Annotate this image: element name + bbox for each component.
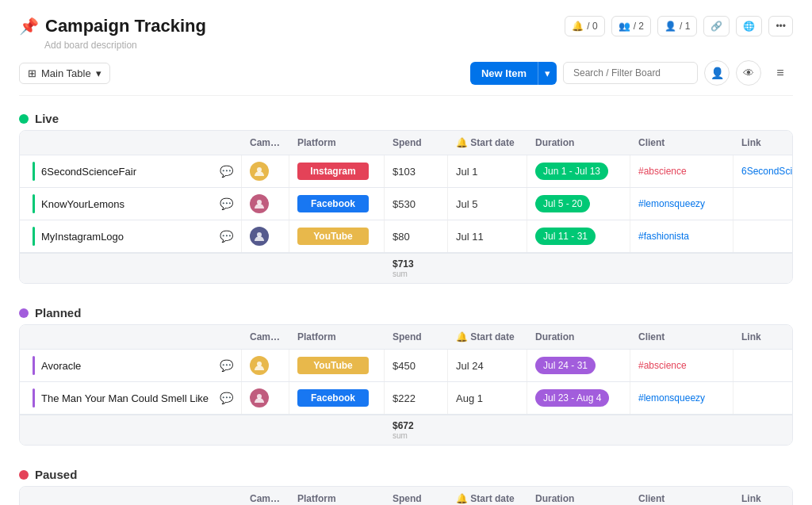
members-btn[interactable]: 👤 / 1	[657, 16, 697, 36]
start-date-cell: Jul 11	[448, 220, 527, 252]
integrations-btn[interactable]: 🔗	[703, 16, 730, 36]
start-date-cell: Jul 5	[448, 188, 527, 220]
comment-icon[interactable]: 💬	[220, 359, 233, 372]
duration-cell: Jul 24 - 31	[527, 350, 630, 381]
bell-icon: 🔔	[572, 21, 584, 32]
new-item-dropdown-button[interactable]: ▾	[538, 62, 557, 85]
new-item-group: New Item ▾	[470, 62, 557, 85]
sum-empty-cell	[733, 415, 793, 445]
title-icon: 📌	[19, 17, 39, 36]
sum-empty-cell	[242, 254, 289, 283]
spend-value: $530	[393, 198, 416, 210]
sum-label: sum	[393, 431, 408, 440]
start-date-value: Aug 1	[456, 392, 483, 404]
avatar	[250, 162, 269, 181]
person-icon: 👤	[710, 67, 724, 79]
client-link[interactable]: #lemonsqueezy	[638, 198, 705, 209]
platform-badge: YouTube	[297, 228, 369, 245]
table-paused: Campaign o...PlatformSpend🔔 Start dateDu…	[19, 486, 793, 505]
link-cell	[733, 188, 793, 220]
row-indicator	[33, 227, 35, 246]
header: 📌 Campaign Tracking 🔔 / 0 👥 / 2 👤 / 1 🔗 …	[19, 16, 793, 36]
col-header-4: Duration	[527, 487, 630, 505]
name-cell: 6SecondScienceFair 💬	[20, 155, 242, 187]
start-date-value: Jul 11	[456, 231, 484, 243]
group-dot-live	[19, 114, 29, 124]
eye-icon: 👁	[743, 67, 754, 79]
filter-btn[interactable]: ≡	[768, 60, 793, 86]
sum-value: $713	[393, 258, 414, 270]
platform-badge: Instagram	[297, 163, 369, 180]
main-table-button[interactable]: ⊞ Main Table ▾	[19, 63, 110, 84]
row-indicator	[33, 388, 35, 407]
toolbar-right: New Item ▾ 👤 👁 ≡	[470, 60, 793, 86]
spend-value: $80	[393, 231, 410, 243]
group-title-live: Live	[35, 112, 59, 125]
main-table-label: Main Table	[41, 67, 91, 79]
row-indicator	[33, 194, 35, 213]
group-paused: Paused Campaign o...PlatformSpend🔔 Start…	[19, 468, 793, 505]
spend-value: $103	[393, 166, 416, 178]
platform-cell: Instagram	[289, 155, 385, 187]
col-header-2: Spend	[385, 131, 448, 155]
comment-icon[interactable]: 💬	[220, 197, 233, 210]
col-header-5: Client	[630, 325, 733, 349]
more-btn[interactable]: •••	[768, 16, 793, 36]
col-headers-paused: Campaign o...PlatformSpend🔔 Start dateDu…	[20, 487, 792, 505]
avatar	[250, 388, 269, 407]
start-date-cell: Jul 1	[448, 155, 527, 187]
row-indicator	[33, 356, 35, 375]
avatar	[250, 227, 269, 246]
app-container: 📌 Campaign Tracking 🔔 / 0 👥 / 2 👤 / 1 🔗 …	[0, 0, 812, 505]
group-planned: Planned Campaign o...PlatformSpend🔔 Star…	[19, 306, 793, 446]
sum-empty-cell	[630, 415, 733, 445]
spend-cell: $450	[385, 350, 448, 381]
col-header-name	[20, 325, 242, 349]
client-link[interactable]: #lemonsqueezy	[638, 392, 705, 404]
comment-icon[interactable]: 💬	[220, 165, 233, 178]
duration-badge: Jul 11 - 31	[535, 228, 596, 245]
notifications-btn[interactable]: 🔔 / 0	[565, 16, 604, 36]
table-row: Avoracle 💬 YouTube$450Jul 24Jul 24 - 31#…	[20, 350, 792, 382]
sum-empty-cell	[289, 415, 385, 445]
col-header-name	[20, 131, 242, 155]
users-icon: 👥	[619, 21, 630, 32]
more-icon: •••	[776, 21, 786, 32]
duration-badge: Jun 1 - Jul 13	[535, 163, 608, 180]
eye-btn[interactable]: 👁	[736, 60, 761, 86]
client-link[interactable]: #fashionista	[638, 231, 689, 242]
avatar	[250, 356, 269, 375]
spend-cell: $103	[385, 155, 448, 187]
sum-empty-cell	[448, 254, 527, 283]
chevron-down-icon: ▾	[545, 67, 550, 79]
col-header-name	[20, 487, 242, 505]
new-item-button[interactable]: New Item	[470, 62, 538, 85]
table-icon: ⊞	[28, 67, 36, 79]
person-filter-btn[interactable]: 👤	[704, 60, 730, 86]
duration-cell: Jul 11 - 31	[527, 220, 630, 252]
external-link[interactable]: 6SecondScienceFair	[741, 166, 793, 177]
collaborators-btn[interactable]: 👥 / 2	[611, 16, 651, 36]
avatar-cell	[242, 188, 289, 220]
platform-badge: YouTube	[297, 357, 369, 374]
client-cell: #lemonsqueezy	[630, 188, 733, 220]
globe-btn[interactable]: 🌐	[736, 16, 762, 36]
sum-spend-cell: $713 sum	[385, 254, 448, 283]
platform-badge: Facebook	[297, 389, 369, 407]
col-header-3: 🔔 Start date	[448, 131, 527, 155]
col-headers-live: Campaign o...PlatformSpend🔔 Start dateDu…	[20, 131, 792, 155]
row-name: 6SecondScienceFair	[41, 166, 213, 178]
search-input[interactable]	[563, 62, 698, 84]
table-live: Campaign o...PlatformSpend🔔 Start dateDu…	[19, 130, 793, 284]
col-header-0: Campaign o...	[242, 131, 289, 155]
group-title-planned: Planned	[35, 306, 81, 319]
sum-empty-cell	[20, 415, 242, 445]
col-header-5: Client	[630, 487, 733, 505]
client-cell: #abscience	[630, 155, 733, 187]
sum-label: sum	[393, 270, 408, 278]
header-actions: 🔔 / 0 👥 / 2 👤 / 1 🔗 🌐 •••	[565, 16, 793, 36]
comment-icon[interactable]: 💬	[220, 230, 233, 243]
col-header-0: Campaign o...	[242, 325, 289, 349]
avatar-cell	[242, 155, 289, 187]
comment-icon[interactable]: 💬	[220, 392, 233, 404]
